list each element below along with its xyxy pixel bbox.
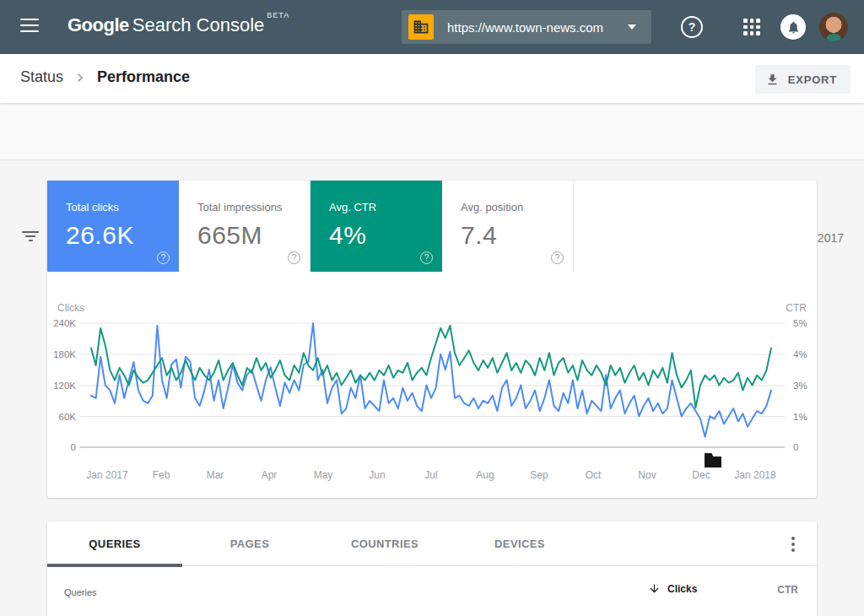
svg-text:May: May bbox=[314, 469, 333, 481]
svg-text:Clicks: Clicks bbox=[57, 302, 84, 314]
user-avatar[interactable] bbox=[819, 13, 848, 41]
breadcrumb: Status Performance bbox=[20, 68, 190, 86]
table-header-row: Queries Clicks CTR bbox=[47, 567, 817, 616]
menu-icon[interactable] bbox=[20, 19, 39, 34]
property-url: https://www.town-news.com bbox=[447, 20, 628, 35]
total-clicks-card[interactable]: Total clicks 26.6K ? bbox=[47, 181, 179, 272]
beta-badge: BETA bbox=[267, 11, 289, 19]
header-bar: Status Performance EXPORT bbox=[0, 54, 864, 103]
svg-text:0: 0 bbox=[71, 442, 76, 452]
metric-value: 26.6K bbox=[66, 221, 179, 250]
svg-text:Sep: Sep bbox=[530, 469, 548, 481]
metric-label: Avg. position bbox=[461, 201, 573, 213]
clicks-column-header-sort[interactable]: Clicks bbox=[648, 582, 697, 595]
queries-column-header: Queries bbox=[64, 587, 97, 597]
metric-value: 7.4 bbox=[461, 221, 573, 250]
svg-text:120K: 120K bbox=[53, 381, 76, 391]
svg-text:Jul: Jul bbox=[424, 469, 437, 481]
filter-list-icon[interactable] bbox=[22, 231, 39, 243]
svg-text:60K: 60K bbox=[59, 412, 77, 422]
svg-text:Mar: Mar bbox=[207, 469, 224, 481]
top-app-bar: GoogleSearch ConsoleBETA https://www.tow… bbox=[0, 0, 864, 54]
svg-text:Nov: Nov bbox=[638, 469, 656, 481]
help-circle-icon[interactable]: ? bbox=[288, 251, 300, 264]
export-button[interactable]: EXPORT bbox=[755, 65, 850, 94]
app-logo: GoogleSearch ConsoleBETA bbox=[68, 14, 289, 36]
tab-devices[interactable]: DEVICES bbox=[452, 521, 587, 566]
svg-text:5%: 5% bbox=[793, 318, 807, 328]
svg-text:Feb: Feb bbox=[153, 469, 170, 481]
apps-grid-icon[interactable] bbox=[743, 19, 760, 35]
help-circle-icon[interactable]: ? bbox=[420, 251, 433, 264]
domain-icon bbox=[408, 14, 434, 40]
metric-label: Avg. CTR bbox=[329, 201, 442, 213]
svg-text:CTR: CTR bbox=[786, 302, 807, 314]
svg-text:Apr: Apr bbox=[262, 469, 278, 481]
chevron-right-icon bbox=[72, 69, 89, 86]
help-icon[interactable]: ? bbox=[681, 16, 703, 38]
logo-google-wordmark: Google bbox=[68, 14, 129, 35]
dimensions-table-card: QUERIES PAGES COUNTRIES DEVICES Queries … bbox=[47, 521, 817, 616]
avg-position-card[interactable]: Avg. position 7.4 ? bbox=[442, 181, 574, 272]
google-search-console-page: GoogleSearch ConsoleBETA https://www.tow… bbox=[0, 0, 864, 616]
svg-text:Oct: Oct bbox=[586, 469, 602, 481]
notifications-bell-icon[interactable] bbox=[780, 14, 806, 40]
svg-text:3%: 3% bbox=[793, 381, 807, 391]
download-icon bbox=[765, 73, 780, 87]
export-button-label: EXPORT bbox=[788, 73, 837, 86]
tab-countries[interactable]: COUNTRIES bbox=[317, 521, 452, 566]
svg-text:Aug: Aug bbox=[476, 469, 494, 481]
svg-text:Jan 2018: Jan 2018 bbox=[734, 469, 776, 481]
total-impressions-card[interactable]: Total impressions 665M ? bbox=[179, 181, 310, 272]
metric-label: Total clicks bbox=[66, 201, 179, 213]
tab-queries[interactable]: QUERIES bbox=[47, 521, 182, 566]
svg-text:Dec: Dec bbox=[692, 469, 710, 481]
clicks-ctr-line-chart: ClicksCTR240K5%180K4%120K3%60K1%00Jan 20… bbox=[47, 272, 817, 498]
page-title: Performance bbox=[97, 68, 190, 86]
svg-text:4%: 4% bbox=[793, 349, 807, 359]
property-selector[interactable]: https://www.town-news.com bbox=[402, 10, 651, 44]
tab-pages[interactable]: PAGES bbox=[182, 521, 317, 566]
metric-value: 4% bbox=[329, 221, 442, 250]
ctr-column-header: CTR bbox=[777, 584, 798, 596]
svg-text:Jan 2017: Jan 2017 bbox=[86, 469, 128, 481]
filter-bar: Search type: Web Date: Full duration + N… bbox=[0, 103, 864, 160]
performance-chart-card: Total clicks 26.6K ? Total impressions 6… bbox=[47, 181, 817, 498]
svg-text:240K: 240K bbox=[53, 318, 76, 328]
dropdown-caret-icon bbox=[628, 24, 636, 30]
more-options-icon[interactable] bbox=[783, 534, 803, 554]
breadcrumb-status-link[interactable]: Status bbox=[20, 68, 63, 86]
logo-product-name: Search Console bbox=[132, 14, 265, 35]
arrow-down-icon bbox=[648, 582, 661, 595]
avg-ctr-card[interactable]: Avg. CTR 4% ? bbox=[310, 181, 442, 272]
svg-text:Jun: Jun bbox=[369, 469, 385, 481]
metric-value: 665M bbox=[197, 221, 310, 250]
svg-text:180K: 180K bbox=[53, 349, 76, 359]
svg-text:0: 0 bbox=[793, 442, 798, 452]
help-circle-icon[interactable]: ? bbox=[157, 251, 170, 264]
svg-text:1%: 1% bbox=[793, 412, 807, 422]
metric-label: Total impressions bbox=[197, 201, 310, 213]
dimension-tabs: QUERIES PAGES COUNTRIES DEVICES bbox=[47, 521, 817, 566]
help-circle-icon[interactable]: ? bbox=[551, 251, 564, 264]
clicks-column-label: Clicks bbox=[667, 583, 697, 595]
metric-cards-row: Total clicks 26.6K ? Total impressions 6… bbox=[47, 181, 817, 272]
